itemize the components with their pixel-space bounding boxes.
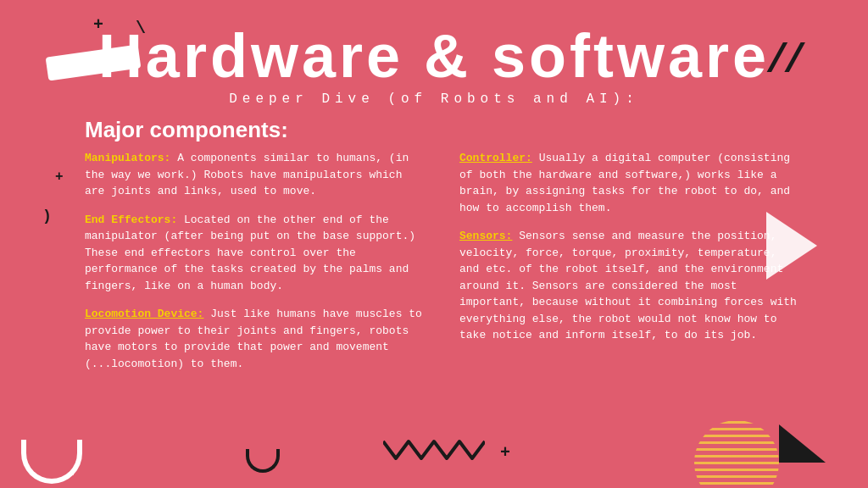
right-column: Controller: Usually a digital computer (…: [459, 150, 800, 384]
sensors-text: Sensors sense and measure the position, …: [459, 230, 797, 341]
controller-block: Controller: Usually a digital computer (…: [459, 150, 800, 216]
plus-icon-bottom-center: +: [500, 443, 510, 463]
content-area: Manipulators: A components similar to hu…: [0, 150, 868, 384]
dash-icon-left: ): [42, 208, 52, 225]
arc-decoration-bottom: [246, 449, 280, 473]
triangle-decoration-bottom-right: [779, 424, 826, 463]
arc-decoration-white-left: [21, 440, 82, 484]
end-effectors-block: End Effectors: Located on the other end …: [85, 212, 426, 295]
manipulators-term: Manipulators:: [85, 152, 170, 164]
sensors-block: Sensors: Sensors sense and measure the p…: [459, 228, 800, 344]
locomotion-term: Locomotion Device:: [85, 308, 203, 320]
sensors-term: Sensors:: [459, 230, 512, 242]
header-section: Hardware & software Deeper Dive (of Robo…: [0, 0, 868, 107]
page-title: Hardware & software: [0, 25, 868, 86]
zigzag-decoration-bottom: [383, 433, 485, 467]
section-title: Major components:: [85, 117, 868, 143]
locomotion-block: Locomotion Device: Just like humans have…: [85, 306, 426, 372]
circle-decoration-bottom-right: [694, 420, 779, 488]
end-effectors-term: End Effectors:: [85, 214, 177, 226]
left-column: Manipulators: A components similar to hu…: [85, 150, 426, 384]
page-subtitle: Deeper Dive (of Robots and AI):: [0, 92, 868, 107]
manipulators-block: Manipulators: A components similar to hu…: [85, 150, 426, 200]
controller-term: Controller:: [459, 152, 532, 164]
